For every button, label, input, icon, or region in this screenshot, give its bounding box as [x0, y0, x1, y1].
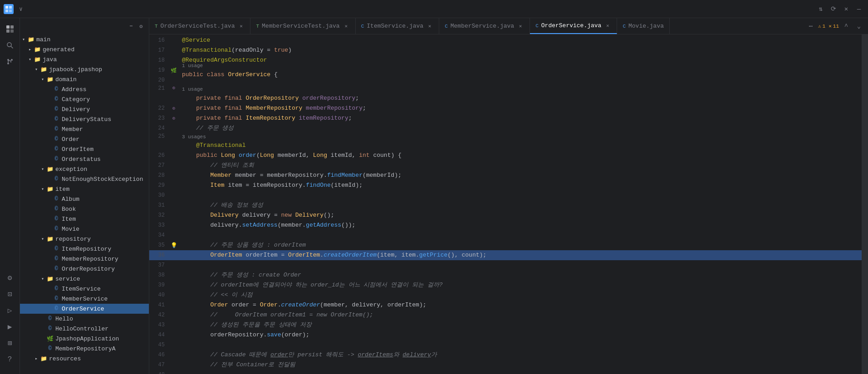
close-icon[interactable]: ✕	[841, 4, 852, 15]
folder-icon-resources: 📁	[40, 355, 47, 362]
line-number-46: 46	[149, 352, 169, 358]
line-number-23: 23	[149, 115, 169, 121]
sidebar-item-OrderRepository[interactable]: ©OrderRepository	[20, 264, 149, 274]
sidebar-item-DeliveryStatus[interactable]: ©DeliveryStatus	[20, 114, 149, 124]
tab-label-Movie: Movie.java	[628, 23, 664, 29]
sidebar-item-service[interactable]: ▾📁service	[20, 274, 149, 284]
activity-bar-bottom: ⚙ ⊡ ▷ ▶ ⊞ ?	[3, 271, 17, 370]
sidebar-item-Category[interactable]: ©Category	[20, 94, 149, 104]
tree-label-Item: Item	[62, 216, 76, 223]
folder-icon-jpabook.jpashop: 📁	[40, 66, 47, 73]
tab-Movie[interactable]: C Movie.java	[617, 18, 670, 34]
app-logo	[4, 4, 14, 14]
sidebar-item-generated[interactable]: ▸📁generated	[20, 44, 149, 54]
tree-arrow-service: ▾	[39, 275, 46, 282]
sidebar-item-Book[interactable]: ©Book	[20, 204, 149, 214]
tab-close-OrderService[interactable]: ✕	[604, 22, 611, 29]
activity-search-icon[interactable]	[3, 38, 17, 53]
tree-label-Orderstatus: Orderstatus	[62, 156, 101, 163]
scrollbar-track[interactable]	[862, 34, 868, 374]
tab-OrderService[interactable]: C OrderService.java ✕	[530, 18, 617, 34]
svg-rect-6	[6, 29, 10, 33]
sidebar-item-NotEnoughStockException[interactable]: ©NotEnoughStockException	[20, 174, 149, 184]
sidebar-item-Delivery[interactable]: ©Delivery	[20, 104, 149, 114]
code-line-37: 37	[149, 260, 862, 270]
refresh-icon[interactable]: ⟳	[828, 4, 839, 15]
editor-expand-up-icon[interactable]: ^	[841, 21, 852, 32]
sidebar-item-Address[interactable]: ©Address	[20, 84, 149, 94]
tree-label-main: main	[36, 36, 50, 43]
sidebar-item-exception[interactable]: ▾📁exception	[20, 164, 149, 174]
sidebar-item-resources[interactable]: ▸📁resources	[20, 354, 149, 364]
sidebar-item-JpashopApplication[interactable]: 🌿JpashopApplication	[20, 334, 149, 344]
sidebar-item-ItemService[interactable]: ©ItemService	[20, 284, 149, 294]
tab-OrderServiceTest[interactable]: T OrderServiceTest.java ✕	[149, 18, 250, 34]
activity-help-icon[interactable]: ?	[3, 352, 17, 367]
tree-label-DeliveryStatus: DeliveryStatus	[62, 116, 111, 123]
code-area[interactable]: 16@Service17@Transactional(readOnly = tr…	[149, 34, 862, 374]
activity-play-icon[interactable]: ▶	[3, 320, 17, 334]
tree-label-jpabook.jpashop: jpabook.jpashop	[49, 66, 102, 73]
sidebar-settings-icon[interactable]: ⚙	[137, 22, 145, 30]
code-content-38: // 주문 생성 : create Order	[178, 270, 862, 280]
sidebar-item-item[interactable]: ▾📁item	[20, 184, 149, 194]
minimize-icon[interactable]: —	[853, 4, 864, 15]
tab-ItemService[interactable]: C ItemService.java ✕	[356, 18, 439, 34]
code-line-33: 33 delivery.setAddress(member.getAddress…	[149, 220, 862, 230]
sidebar-item-Order[interactable]: ©Order	[20, 134, 149, 144]
sidebar-item-Hello[interactable]: ©Hello	[20, 314, 149, 324]
sidebar-item-repository[interactable]: ▾📁repository	[20, 234, 149, 244]
tab-close-ItemService[interactable]: ✕	[426, 23, 433, 30]
sidebar-item-MemberRepository[interactable]: ©MemberRepository	[20, 254, 149, 264]
sidebar-item-Movie[interactable]: ©Movie	[20, 224, 149, 234]
class-icon-Hello: ©	[46, 315, 54, 322]
tree-arrow-item: ▾	[39, 185, 46, 193]
tab-list-icon[interactable]: ⋯	[805, 21, 816, 32]
editor-wrapper: 16@Service17@Transactional(readOnly = tr…	[149, 34, 868, 374]
class-icon-Order: ©	[53, 136, 60, 143]
activity-git-icon[interactable]	[3, 54, 17, 69]
class-icon-Category: ©	[53, 96, 60, 103]
activity-run-icon[interactable]: ▷	[3, 303, 17, 318]
line-number-35: 35	[149, 242, 169, 248]
tab-close-MemberService[interactable]: ✕	[517, 23, 524, 30]
sidebar-item-Item[interactable]: ©Item	[20, 214, 149, 224]
sidebar-item-OrderItem[interactable]: ©OrderItem	[20, 144, 149, 154]
code-content-25: 3 usages @Transactional	[178, 133, 862, 151]
sidebar-item-Album[interactable]: ©Album	[20, 194, 149, 204]
tab-MemberService[interactable]: C MemberService.java ✕	[439, 18, 530, 34]
tree-label-generated: generated	[43, 46, 74, 53]
sidebar-item-HelloController[interactable]: ©HelloController	[20, 324, 149, 334]
code-line-22: 22⊙ private final MemberRepository membe…	[149, 103, 862, 113]
gutter-19: 🌿	[169, 68, 178, 73]
activity-db-icon[interactable]: ⊞	[3, 336, 17, 350]
tree-label-service: service	[55, 276, 80, 282]
sidebar-item-MemberService[interactable]: ©MemberService	[20, 294, 149, 304]
sidebar-item-Orderstatus[interactable]: ©Orderstatus	[20, 154, 149, 164]
sidebar-item-Member[interactable]: ©Member	[20, 124, 149, 134]
tab-label-OrderServiceTest: OrderServiceTest.java	[161, 23, 235, 29]
sidebar-item-MemberRepositoryA[interactable]: ©MemberRepositoryA	[20, 344, 149, 354]
tab-MemberServiceTest[interactable]: T MemberServiceTest.java ✕	[250, 18, 355, 34]
line-number-31: 31	[149, 202, 169, 209]
tree-label-JpashopApplication: JpashopApplication	[55, 335, 119, 342]
code-content-46: // Cascade 때문에 order만 persist 해줘도 -> ord…	[178, 350, 862, 360]
sidebar-item-domain[interactable]: ▾📁domain	[20, 74, 149, 84]
tab-close-MemberServiceTest[interactable]: ✕	[343, 23, 350, 30]
sidebar-item-OrderService[interactable]: ©OrderService	[20, 304, 149, 314]
activity-settings-icon[interactable]: ⚙	[3, 271, 17, 285]
sidebar-item-jpabook.jpashop[interactable]: ▾📁jpabook.jpashop	[20, 64, 149, 74]
sidebar-item-java[interactable]: ▾📁java	[20, 54, 149, 64]
editor-expand-down-icon[interactable]: ⌄	[853, 21, 864, 32]
class-icon-MemberRepository: ©	[53, 255, 60, 262]
swap-icon[interactable]: ⇅	[815, 4, 826, 15]
sidebar-item-ItemRepository[interactable]: ©ItemRepository	[20, 244, 149, 254]
sidebar-item-main[interactable]: ▾📁main	[20, 34, 149, 44]
line-number-34: 34	[149, 232, 169, 238]
sidebar-collapse-icon[interactable]: −	[127, 22, 135, 30]
activity-terminal-icon[interactable]: ⊡	[3, 287, 17, 301]
code-content-23: private final ItemRepository itemReposit…	[178, 113, 862, 123]
top-bar-actions: ⇅ ⟳ ✕ —	[815, 4, 864, 15]
tab-close-OrderServiceTest[interactable]: ✕	[237, 23, 245, 30]
activity-project-icon[interactable]	[3, 22, 17, 36]
